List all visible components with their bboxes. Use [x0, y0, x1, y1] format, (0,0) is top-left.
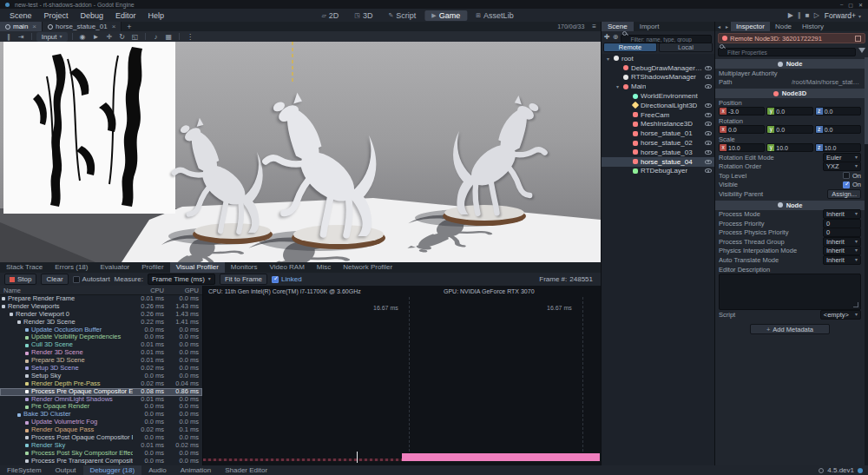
frame-cursor[interactable]	[357, 452, 358, 463]
grid-toggle-icon[interactable]: ▦	[162, 32, 174, 42]
cpu-frame-bars[interactable]	[203, 459, 402, 461]
auto-translate-mode-dropdown[interactable]: Inherit	[823, 255, 861, 265]
profiler-row-process-pre-opaque-compositor-effects[interactable]: Process Pre Opaque Compositor Effects0.0…	[0, 388, 202, 396]
add-metadata-button[interactable]: Add Metadata	[750, 324, 830, 334]
visibility-eye-icon[interactable]	[705, 103, 712, 108]
column-header-gpu[interactable]: GPU	[168, 286, 202, 294]
profiler-row-prepare-render-frame[interactable]: Prepare Render Frame0.01 ms0.0 ms	[0, 295, 202, 303]
tree-node-root[interactable]: root	[602, 54, 714, 63]
profiler-row-process-pre-transparent-compositor-effects[interactable]: Process Pre Transparent Compositor Effec…	[0, 458, 202, 465]
visibility-parent-button[interactable]: Assign...	[827, 189, 861, 199]
bottom-panel-animation[interactable]: Animation	[174, 465, 219, 475]
pause-game-icon[interactable]: ∥	[3, 32, 14, 42]
renderer-dropdown[interactable]: Forward+	[825, 11, 861, 20]
open-node-icon[interactable]	[855, 36, 861, 42]
profiler-row-render-viewports[interactable]: Render Viewports0.26 ms1.43 ms	[0, 303, 202, 311]
debugger-tab-network-profiler[interactable]: Network Profiler	[337, 262, 398, 273]
rotate-mode-icon[interactable]: ↻	[116, 32, 128, 42]
profiler-row-render-omnilight-shadows[interactable]: Render OmniLight Shadows0.01 ms0.0 ms	[0, 396, 202, 404]
workspace-script[interactable]: ✎Script	[381, 10, 423, 21]
bottom-panel-output[interactable]: Output	[49, 465, 83, 475]
debugger-tab-evaluator[interactable]: Evaluator	[94, 262, 135, 273]
menu-project[interactable]: Project	[38, 11, 75, 20]
profiler-row-render-sky[interactable]: Render Sky0.01 ms0.02 ms	[0, 442, 202, 450]
titlebar[interactable]: new-test - rt-shadows-addon - Godot Engi…	[0, 0, 868, 9]
gpu-frame-bars[interactable]	[402, 453, 600, 461]
tree-node-freecam[interactable]: FreeCam	[602, 110, 714, 120]
property-filter-input[interactable]	[718, 48, 856, 56]
notification-icon[interactable]	[858, 468, 863, 473]
play-icon[interactable]: ▶	[788, 11, 793, 19]
visibility-eye-icon[interactable]	[705, 66, 712, 70]
visibility-eye-icon[interactable]	[705, 168, 712, 173]
scale-z-field[interactable]: z10.0	[815, 143, 861, 152]
menu-editor[interactable]: Editor	[109, 11, 142, 20]
workspace-game[interactable]: ▶Game	[424, 10, 467, 21]
filter-options-icon[interactable]	[858, 48, 865, 53]
profiler-row-cull-3d-scene[interactable]: Cull 3D Scene0.01 ms0.0 ms	[0, 341, 202, 349]
profiler-row-prepare-3d-scene[interactable]: Prepare 3D Scene0.01 ms0.0 ms	[0, 357, 202, 365]
scene-tab-list-icon[interactable]	[588, 23, 601, 30]
play-scene-icon[interactable]: ▷	[814, 11, 819, 19]
process-thread-group-dropdown[interactable]: Inherit	[823, 237, 861, 247]
visibility-eye-icon[interactable]	[705, 131, 712, 135]
minimize-button[interactable]: –	[840, 2, 843, 8]
camera-override-icon[interactable]: ◉	[77, 32, 89, 42]
profiler-row-update-volumetric-fog[interactable]: Update Volumetric Fog0.0 ms0.0 ms	[0, 419, 202, 426]
scene-filter-input[interactable]	[621, 35, 712, 43]
inspector-scrollbar[interactable]	[865, 57, 868, 465]
profiler-row-process-post-sky-compositor-effects[interactable]: Process Post Sky Compositor Effects0.0 m…	[0, 450, 202, 458]
profiler-row-pre-opaque-render[interactable]: Pre Opaque Render0.0 ms0.0 ms	[0, 403, 202, 411]
profiler-row-render-depth-pre-pass[interactable]: Render Depth Pre-Pass0.02 ms0.04 ms	[0, 380, 202, 388]
rotation-edit-mode-dropdown[interactable]: Euler	[823, 153, 861, 162]
scene-tab-main[interactable]: main×	[0, 22, 43, 31]
physics-interpolation-mode-dropdown[interactable]: Inherit	[823, 246, 861, 255]
scrollbar-thumb[interactable]	[865, 57, 868, 144]
process-mode-dropdown[interactable]: Inherit	[823, 209, 861, 219]
profiler-row-render-opaque-pass[interactable]: Render Opaque Pass0.02 ms0.1 ms	[0, 426, 202, 434]
tree-node-rtdebuglayer[interactable]: RTDebugLayer	[602, 167, 714, 176]
inspector-tab-inspector[interactable]: Inspector	[731, 22, 770, 31]
tree-node-horse-statue-01[interactable]: horse_statue_01	[602, 129, 714, 138]
debugger-tab-stack-trace[interactable]: Stack Trace	[0, 262, 49, 273]
mute-audio-icon[interactable]: ♪	[150, 32, 161, 42]
column-header-name[interactable]: Name	[0, 286, 133, 294]
process-physics-priority-field[interactable]: 0	[823, 228, 861, 237]
tree-node-rtshadowsmanager[interactable]: RTShadowsManager	[602, 73, 714, 82]
tree-node-horse-statue-04[interactable]: horse_statue_04	[602, 157, 714, 167]
workspace-2d[interactable]: ▱2D	[314, 10, 345, 21]
visibility-eye-icon[interactable]	[705, 160, 712, 164]
visibility-eye-icon[interactable]	[705, 84, 712, 89]
profiler-row-setup-sky[interactable]: Setup Sky0.0 ms0.0 ms	[0, 373, 202, 380]
maximize-button[interactable]: ▢	[848, 2, 853, 8]
inspector-tab-history[interactable]: History	[797, 22, 829, 31]
top-level-checkbox[interactable]	[843, 172, 850, 179]
visibility-eye-icon[interactable]	[705, 113, 712, 117]
profiler-row-bake-3d-cluster[interactable]: Bake 3D Cluster0.0 ms0.0 ms	[0, 411, 202, 419]
script-dropdown[interactable]: <empty>	[820, 310, 861, 320]
profiler-row-render-3d-scene[interactable]: Render 3D Scene0.01 ms0.0 ms	[0, 349, 202, 357]
profiler-row-process-post-opaque-compositor-effects[interactable]: Process Post Opaque Compositor Effects0.…	[0, 434, 202, 442]
scale-mode-icon[interactable]: ◱	[129, 32, 141, 42]
tree-node-main[interactable]: Main	[602, 82, 714, 91]
debugger-tab-profiler[interactable]: Profiler	[135, 262, 169, 273]
visibility-eye-icon[interactable]	[705, 141, 712, 145]
scale-y-field[interactable]: y10.0	[766, 143, 812, 152]
linked-checkbox[interactable]: Linked	[272, 275, 302, 283]
expand-icon[interactable]	[853, 302, 858, 307]
input-mode-button[interactable]: Input▾	[36, 32, 68, 42]
tree-node-horse-statue-02[interactable]: horse_statue_02	[602, 138, 714, 148]
pause-icon[interactable]: ∥	[798, 11, 801, 19]
debugger-tab-misc[interactable]: Misc	[311, 262, 337, 273]
close-button[interactable]: ✕	[858, 2, 863, 8]
autostart-checkbox[interactable]: Autostart	[73, 275, 110, 283]
bottom-panel-shader-editor[interactable]: Shader Editor	[218, 465, 274, 475]
more-options-icon[interactable]: ⋮	[184, 32, 196, 42]
visible-checkbox[interactable]	[843, 181, 850, 188]
history-forward-icon[interactable]: ▸	[723, 23, 731, 30]
debugger-tab-monitors[interactable]: Monitors	[225, 262, 264, 273]
rotation-x-field[interactable]: x0.0	[719, 125, 765, 134]
tree-node-meshinstance3d[interactable]: MeshInstance3D	[602, 120, 714, 129]
workspace-3d[interactable]: ◳3D	[347, 10, 379, 21]
menu-scene[interactable]: Scene	[3, 11, 38, 20]
